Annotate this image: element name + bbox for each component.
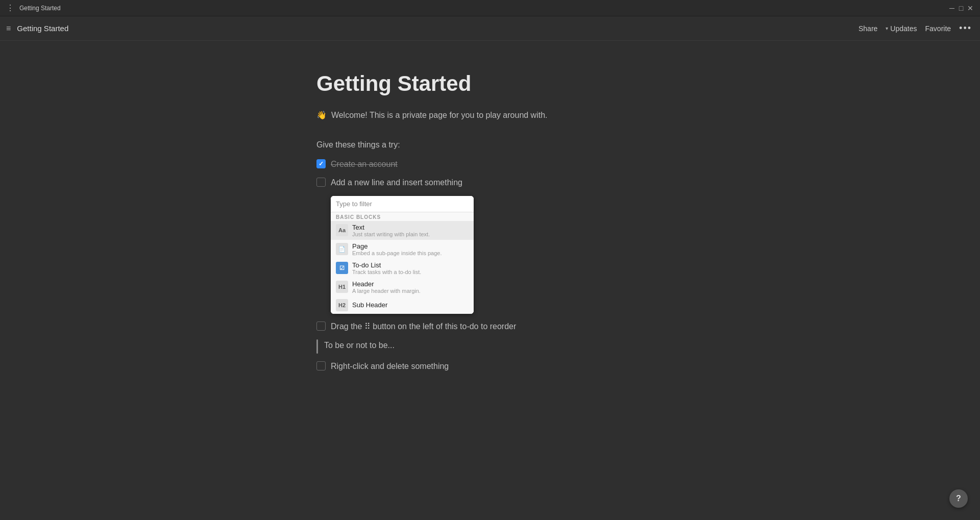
todo-checkbox-4[interactable]	[316, 361, 326, 370]
insert-menu-text-desc: Just start writing with plain text.	[352, 231, 430, 237]
updates-chevron-icon: ▾	[886, 26, 888, 31]
title-bar-title: Getting Started	[19, 5, 61, 12]
todo-text-2: Add a new line and insert something	[331, 177, 462, 188]
favorite-button[interactable]: Favorite	[925, 24, 951, 33]
insert-menu-filter: Type to filter	[331, 196, 474, 212]
insert-menu-popup: Type to filter BASIC BLOCKS Aa Text Just…	[331, 196, 474, 314]
todo-text-1: Create an account	[331, 159, 398, 170]
insert-menu-page-title: Page	[352, 242, 442, 250]
insert-menu-text-icon: Aa	[336, 224, 348, 236]
welcome-emoji: 👋	[316, 111, 327, 119]
todo-checkbox-1[interactable]	[316, 159, 326, 168]
welcome-text: 👋 Welcome! This is a private page for yo…	[316, 110, 664, 120]
todo-item-1: Create an account	[316, 159, 664, 170]
insert-menu-header-info: Header A large header with margin.	[352, 280, 421, 294]
insert-menu-subheader-title: Sub Header	[352, 301, 387, 309]
insert-menu-todo-icon: ☑	[336, 262, 348, 274]
title-bar-controls: ─ □ ✕	[948, 5, 974, 12]
insert-menu-subheader-icon: H2	[336, 299, 348, 311]
insert-menu-page-info: Page Embed a sub-page inside this page.	[352, 242, 442, 256]
section-label: Give these things a try:	[316, 140, 664, 150]
insert-menu-item-todo: ☑ To-do List Track tasks with a to-do li…	[331, 259, 474, 278]
insert-menu-text-title: Text	[352, 224, 430, 231]
updates-button[interactable]: ▾ Updates	[886, 24, 917, 33]
minimize-button[interactable]: ─	[948, 5, 955, 12]
insert-menu-header-icon: H1	[336, 281, 348, 293]
title-bar: ⋮ Getting Started ─ □ ✕	[0, 0, 980, 16]
insert-menu-page-desc: Embed a sub-page inside this page.	[352, 250, 442, 256]
todo-item-3: Drag the ⠿ button on the left of this to…	[316, 321, 664, 332]
insert-menu-preview: Type to filter BASIC BLOCKS Aa Text Just…	[331, 196, 474, 314]
insert-menu-page-icon: 📄	[336, 243, 348, 255]
blockquote-bar	[316, 339, 318, 354]
blockquote-item: To be or not to be...	[316, 339, 664, 354]
insert-menu-item-text: Aa Text Just start writing with plain te…	[331, 221, 474, 240]
maximize-button[interactable]: □	[958, 5, 965, 12]
todo-text-3: Drag the ⠿ button on the left of this to…	[331, 321, 516, 332]
insert-menu-subheader-info: Sub Header	[352, 301, 387, 309]
title-bar-menu-icon[interactable]: ⋮	[6, 3, 15, 13]
todo-item-4: Right-click and delete something	[316, 361, 664, 372]
page-title-nav: Getting Started	[17, 24, 68, 33]
insert-menu-section-label: BASIC BLOCKS	[331, 212, 474, 221]
nav-right: Share ▾ Updates Favorite •••	[859, 23, 972, 34]
nav-bar: ≡ Getting Started Share ▾ Updates Favori…	[0, 16, 980, 41]
todo-checkbox-2[interactable]	[316, 178, 326, 187]
insert-menu-todo-info: To-do List Track tasks with a to-do list…	[352, 261, 421, 275]
more-options-button[interactable]: •••	[959, 23, 972, 34]
insert-menu-todo-title: To-do List	[352, 261, 421, 269]
welcome-message: Welcome! This is a private page for you …	[331, 111, 548, 119]
share-button[interactable]: Share	[859, 24, 877, 33]
insert-menu-todo-desc: Track tasks with a to-do list.	[352, 269, 421, 275]
insert-menu-item-subheader: H2 Sub Header	[331, 296, 474, 314]
page-content: Getting Started 👋 Welcome! This is a pri…	[306, 71, 674, 380]
page-heading: Getting Started	[316, 71, 664, 96]
insert-menu-text-info: Text Just start writing with plain text.	[352, 224, 430, 237]
sidebar-toggle-icon[interactable]: ≡	[6, 24, 11, 33]
main-content: Getting Started 👋 Welcome! This is a pri…	[0, 41, 980, 520]
close-button[interactable]: ✕	[967, 5, 974, 12]
insert-menu-header-desc: A large header with margin.	[352, 288, 421, 294]
todo-checkbox-3[interactable]	[316, 321, 326, 331]
insert-menu-header-title: Header	[352, 280, 421, 288]
help-button[interactable]: ?	[949, 489, 968, 508]
updates-label: Updates	[890, 24, 917, 33]
nav-left: ≡ Getting Started	[6, 24, 68, 33]
insert-menu-item-header: H1 Header A large header with margin.	[331, 278, 474, 296]
insert-menu-item-page: 📄 Page Embed a sub-page inside this page…	[331, 240, 474, 259]
title-bar-left: ⋮ Getting Started	[6, 3, 61, 13]
todo-text-4: Right-click and delete something	[331, 361, 449, 372]
blockquote-text: To be or not to be...	[324, 339, 395, 352]
todo-item-2: Add a new line and insert something	[316, 177, 664, 188]
